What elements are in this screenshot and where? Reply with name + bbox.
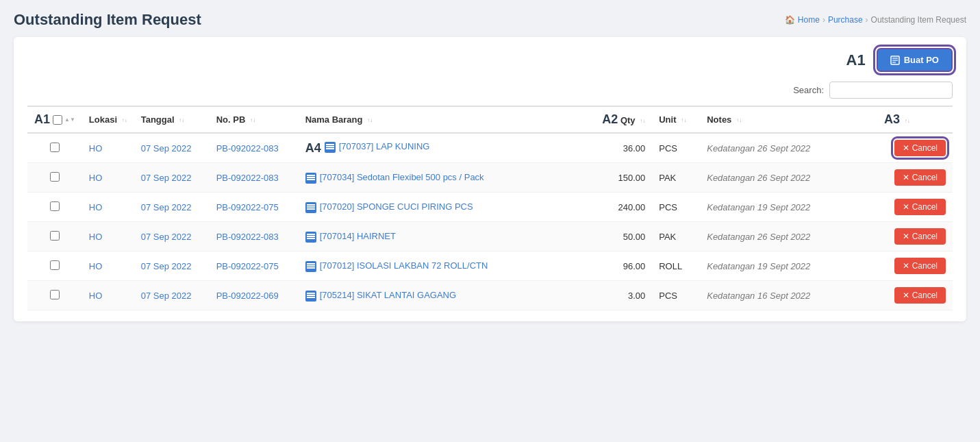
td-lokasi: HO: [82, 281, 134, 310]
cancel-button-5[interactable]: ✕ Cancel: [894, 258, 946, 274]
td-nopb: PB-092022-083: [210, 133, 299, 163]
th-action: A3 ↑↓: [877, 106, 953, 133]
main-card: A1 Buat PO Search:: [14, 37, 966, 321]
row-checkbox-6[interactable]: [50, 290, 60, 299]
item-icon: [305, 173, 316, 184]
cancel-button-6[interactable]: ✕ Cancel: [894, 287, 946, 304]
table-row: HO07 Sep 2022PB-092022-083[707014] HAIRN…: [27, 222, 953, 251]
th-qty-label: Qty: [620, 115, 636, 125]
table-row: HO07 Sep 2022PB-092022-083[707034] Sedot…: [27, 163, 953, 193]
sort-icon-unit[interactable]: ↑↓: [681, 118, 686, 123]
td-qty: 150.00: [595, 163, 652, 193]
td-tanggal: 07 Sep 2022: [134, 281, 210, 310]
breadcrumb-purchase[interactable]: Purchase: [828, 15, 863, 25]
td-tanggal: 07 Sep 2022: [134, 193, 210, 222]
td-checkbox: [27, 193, 82, 222]
breadcrumb-sep1: ›: [822, 15, 825, 25]
select-all-checkbox[interactable]: [53, 115, 62, 125]
td-namabarang: A4[707037] LAP KUNING: [299, 133, 596, 163]
search-row: Search:: [27, 82, 953, 99]
td-namabarang: [707014] HAIRNET: [299, 222, 596, 251]
item-icon: [305, 261, 316, 272]
item-icon: [305, 232, 316, 243]
td-checkbox: [27, 281, 82, 310]
th-notes: Notes ↑↓: [700, 106, 877, 133]
annotation-a2: A2: [602, 112, 618, 126]
td-notes: Kedatangan 26 Sept 2022: [700, 163, 877, 193]
item-link-5[interactable]: [707012] ISOLASI LAKBAN 72 ROLL/CTN: [305, 260, 589, 272]
sort-icon-nopb[interactable]: ↑↓: [250, 118, 255, 123]
breadcrumb: 🏠 Home › Purchase › Outstanding Item Req…: [785, 15, 966, 25]
item-name: [707020] SPONGE CUCI PIRING PCS: [320, 201, 473, 212]
sort-icon-namabarang[interactable]: ↑↓: [367, 118, 373, 123]
td-namabarang: [707020] SPONGE CUCI PIRING PCS: [299, 193, 596, 222]
td-action: ✕ Cancel: [877, 133, 953, 163]
td-qty: 36.00: [595, 133, 652, 163]
page-header: Outstanding Item Request 🏠 Home › Purcha…: [14, 11, 966, 29]
td-nopb: PB-092022-075: [210, 193, 299, 222]
sort-icon-notes[interactable]: ↑↓: [736, 118, 742, 123]
item-icon: [305, 291, 316, 302]
cancel-button-1[interactable]: ✕ Cancel: [894, 140, 946, 156]
td-checkbox: [27, 222, 82, 251]
td-lokasi: HO: [82, 193, 134, 222]
td-lokasi: HO: [82, 133, 134, 163]
annotation-a4: A4: [305, 141, 321, 156]
breadcrumb-sep2: ›: [866, 15, 868, 25]
page-wrapper: Outstanding Item Request 🏠 Home › Purcha…: [0, 0, 980, 442]
th-tanggal-label: Tanggal: [141, 114, 175, 125]
breadcrumb-home[interactable]: Home: [798, 15, 820, 25]
document-icon: [890, 56, 900, 65]
cancel-button-4[interactable]: ✕ Cancel: [894, 228, 946, 245]
td-unit: ROLL: [652, 251, 700, 281]
th-namabarang-label: Nama Barang: [305, 114, 363, 125]
row-checkbox-3[interactable]: [50, 201, 60, 211]
td-lokasi: HO: [82, 163, 134, 193]
item-name: [707037] LAP KUNING: [339, 141, 430, 151]
sort-icon-tanggal[interactable]: ↑↓: [179, 118, 184, 123]
sort-icon-qty[interactable]: ↑↓: [640, 119, 645, 124]
td-unit: PCS: [652, 193, 700, 222]
sort-icon-action[interactable]: ↑↓: [905, 119, 910, 124]
th-nopb: No. PB ↑↓: [210, 106, 299, 133]
row-checkbox-1[interactable]: [50, 143, 60, 152]
page-title: Outstanding Item Request: [14, 11, 201, 29]
td-nopb: PB-092022-083: [210, 222, 299, 251]
search-input[interactable]: [829, 82, 953, 99]
td-tanggal: 07 Sep 2022: [134, 133, 210, 163]
td-checkbox: [27, 163, 82, 193]
td-qty: 50.00: [595, 222, 652, 251]
th-namabarang: Nama Barang ↑↓: [299, 106, 596, 133]
buat-po-button[interactable]: Buat PO: [877, 48, 953, 72]
cancel-button-3[interactable]: ✕ Cancel: [894, 199, 946, 215]
item-icon: [305, 202, 316, 213]
x-icon: ✕: [903, 291, 909, 300]
row-checkbox-4[interactable]: [50, 231, 60, 241]
td-nopb: PB-092022-075: [210, 251, 299, 281]
sort-icon-lokasi[interactable]: ↑↓: [122, 118, 127, 123]
td-lokasi: HO: [82, 222, 134, 251]
item-link-3[interactable]: [707020] SPONGE CUCI PIRING PCS: [305, 201, 589, 213]
table-body: HO07 Sep 2022PB-092022-083A4[707037] LAP…: [27, 133, 953, 310]
items-table: A1 ▲▼ Lokasi ↑↓ Tanggal ↑↓: [27, 106, 953, 310]
td-action: ✕ Cancel: [877, 222, 953, 251]
row-checkbox-5[interactable]: [50, 260, 60, 270]
table-row: HO07 Sep 2022PB-092022-075[707020] SPONG…: [27, 193, 953, 222]
item-link-6[interactable]: [705214] SIKAT LANTAI GAGANG: [305, 290, 589, 302]
td-notes: Kedatangan 16 Sept 2022: [700, 281, 877, 310]
sort-icon-checkbox[interactable]: ▲▼: [64, 117, 75, 123]
row-checkbox-2[interactable]: [50, 172, 60, 182]
td-qty: 240.00: [595, 193, 652, 222]
th-lokasi-label: Lokasi: [89, 114, 117, 125]
td-action: ✕ Cancel: [877, 251, 953, 281]
th-qty: A2 Qty ↑↓: [595, 106, 652, 133]
td-lokasi: HO: [82, 251, 134, 281]
th-nopb-label: No. PB: [216, 114, 246, 125]
cancel-button-2[interactable]: ✕ Cancel: [894, 169, 946, 186]
td-notes: Kedatangan 19 Sept 2022: [700, 251, 877, 281]
td-action: ✕ Cancel: [877, 281, 953, 310]
item-link-2[interactable]: [707034] Sedotan Flexibel 500 pcs / Pack: [305, 172, 589, 184]
item-link-1[interactable]: A4[707037] LAP KUNING: [305, 141, 589, 156]
td-qty: 3.00: [595, 281, 652, 310]
item-link-4[interactable]: [707014] HAIRNET: [305, 231, 589, 243]
